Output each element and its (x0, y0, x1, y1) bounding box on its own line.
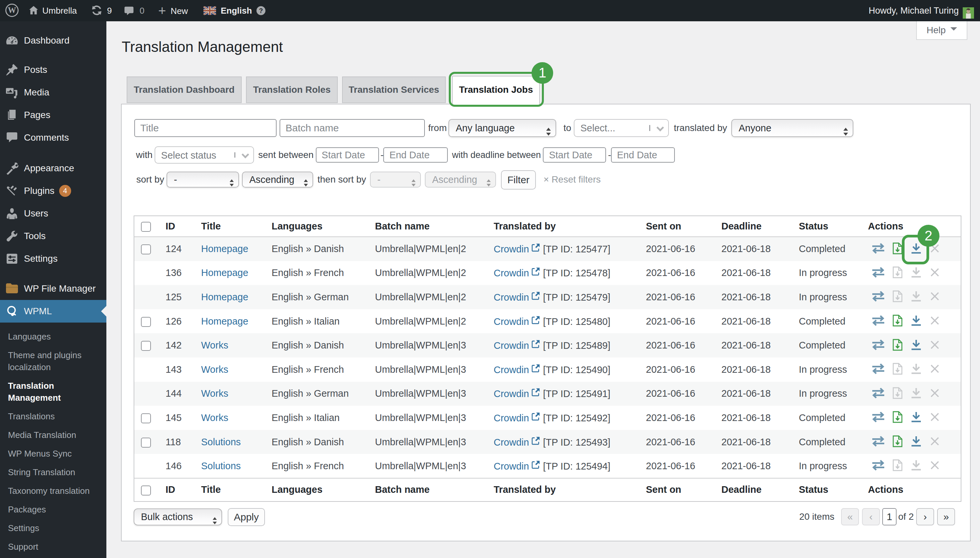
svg-text:?: ? (259, 7, 263, 14)
svg-text:W: W (8, 6, 16, 15)
